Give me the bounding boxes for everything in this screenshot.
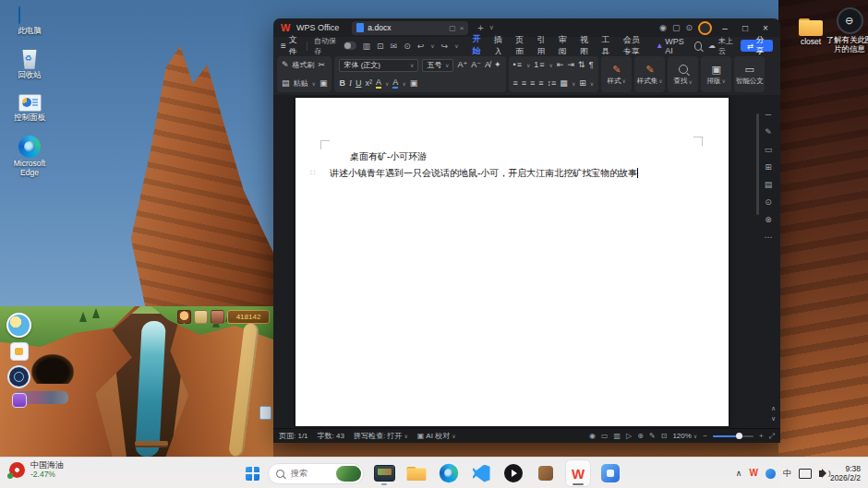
align-left-icon[interactable] (513, 79, 518, 88)
fullscreen-icon[interactable] (769, 432, 775, 441)
search-icon[interactable] (694, 42, 702, 51)
shrink-font-icon[interactable] (471, 61, 481, 69)
user-avatar[interactable] (698, 21, 712, 35)
styles-button[interactable]: 样式 (601, 56, 632, 92)
zoom-slider-thumb[interactable] (736, 433, 742, 439)
grow-font-icon[interactable] (457, 61, 467, 69)
word-count[interactable]: 字数: 43 (318, 431, 344, 441)
superscript-button[interactable]: x² (365, 79, 372, 88)
tab-pin-icon[interactable] (449, 24, 456, 32)
style-set-button[interactable]: 样式集 (634, 56, 665, 92)
ai-proofread[interactable]: AI 校对 (417, 431, 456, 441)
widgets-button[interactable]: 中国海油 -2.47% (9, 461, 64, 479)
taskbar-search[interactable] (268, 463, 364, 484)
history-tool-icon[interactable] (765, 197, 772, 207)
eye-protect-icon[interactable] (589, 432, 596, 440)
taskbar-app-edge[interactable] (437, 460, 461, 486)
desktop-icon-recycle-bin[interactable]: 回收站 (4, 50, 55, 80)
show-marks-icon[interactable] (589, 61, 594, 69)
text-effects-icon[interactable] (494, 61, 501, 69)
game-gift-button[interactable] (12, 393, 27, 408)
numbered-list-icon[interactable] (534, 61, 545, 69)
start-button[interactable] (246, 467, 259, 481)
game-backpack-button[interactable] (10, 342, 29, 361)
paste-chevron[interactable] (312, 80, 316, 87)
char-shading-icon[interactable] (410, 79, 418, 88)
minimize-button[interactable] (717, 23, 732, 33)
clear-format-icon[interactable] (485, 61, 490, 69)
format-painter-icon[interactable] (282, 61, 289, 69)
paste-label[interactable]: 粘贴 (294, 78, 308, 89)
find-button[interactable]: 查找 (668, 56, 698, 92)
doc-line-1[interactable]: 桌面有矿-小可环游 (330, 149, 695, 165)
format-painter-label[interactable]: 格式刷 (293, 60, 315, 70)
taskbar-clock[interactable]: 9:38 2026/2/2 (830, 464, 861, 482)
game-weather-button[interactable] (6, 313, 31, 338)
print-button[interactable] (377, 42, 384, 51)
export-button[interactable] (391, 42, 398, 51)
document-page[interactable]: ∷ 桌面有矿-小可环游 讲述小镇青年遇到一只会说话的地鼠-小可，开启大江南北挖矿… (295, 98, 729, 426)
shading-chevron[interactable] (572, 80, 575, 87)
undo-chevron[interactable] (430, 42, 434, 49)
taskbar-app-explorer[interactable] (404, 460, 428, 486)
font-color-button[interactable]: A (392, 78, 398, 89)
save-button[interactable] (363, 42, 371, 51)
bullet-chevron[interactable] (526, 62, 530, 68)
highlight-chevron[interactable] (385, 80, 389, 87)
game-avatar-icon[interactable] (177, 310, 191, 324)
desktop-icon-edge[interactable]: Microsoft Edge (4, 136, 55, 178)
document-tab[interactable]: a.docx (352, 21, 468, 35)
edit-tool-icon[interactable] (765, 127, 772, 137)
zoom-out-button[interactable]: − (703, 432, 707, 440)
taskbar-app-vscode[interactable] (469, 460, 493, 486)
cloud-sync-button[interactable] (404, 42, 411, 51)
maximize-button[interactable] (738, 23, 753, 33)
bold-button[interactable]: B (339, 79, 345, 88)
prev-page-icon[interactable] (771, 405, 776, 412)
game-window[interactable]: 418142 (0, 306, 273, 457)
desktop-icon-spotlight[interactable]: 了解有关此图片的信息 (824, 7, 868, 54)
spellcheck-status[interactable]: 拼写检查: 打开 (354, 431, 408, 441)
zoom-slider[interactable] (713, 435, 753, 437)
redo-chevron[interactable] (454, 42, 458, 49)
zoom-in-button[interactable]: + (759, 432, 764, 440)
game-item-icon[interactable] (194, 310, 208, 324)
game-ore-icon[interactable] (211, 310, 224, 324)
cloud-status[interactable]: 未上云 (708, 36, 734, 56)
page-view-icon[interactable] (601, 432, 609, 440)
taskbar-app-wps[interactable]: W (566, 460, 590, 486)
network-icon[interactable] (799, 469, 812, 479)
line-spacing-icon[interactable] (548, 79, 557, 88)
copy-icon[interactable] (319, 79, 328, 88)
search-daily-image[interactable] (336, 466, 361, 482)
align-justify-icon[interactable] (538, 79, 543, 88)
font-name-select[interactable]: 宋体 (正文) (339, 59, 418, 72)
zoom-level[interactable]: 120% (672, 432, 697, 440)
game-side-button[interactable] (259, 406, 271, 420)
update-icon[interactable] (685, 23, 693, 32)
volume-icon[interactable] (819, 470, 823, 477)
taskbar-app-game[interactable] (372, 460, 396, 486)
column-view-icon[interactable] (614, 432, 621, 440)
card-tool-icon[interactable] (765, 180, 773, 189)
next-page-icon[interactable] (771, 415, 776, 423)
web-view-icon[interactable] (637, 432, 644, 440)
redo-button[interactable] (441, 42, 449, 51)
fit-page-icon[interactable] (661, 432, 668, 440)
tray-overflow-chevron[interactable] (736, 469, 742, 478)
number-chevron[interactable] (549, 62, 553, 68)
indent-icon[interactable] (568, 61, 575, 69)
taskbar-app-6[interactable] (534, 460, 558, 486)
select-tool-icon[interactable] (765, 145, 773, 154)
share-button[interactable]: 分享 (741, 40, 773, 52)
document-text[interactable]: 桌面有矿-小可环游 讲述小镇青年遇到一只会说话的地鼠-小可，开启大江南北挖矿找宝… (330, 149, 695, 182)
paste-icon[interactable] (282, 79, 290, 88)
tray-sync-icon[interactable] (766, 469, 776, 479)
sort-icon[interactable] (578, 61, 585, 69)
more-tools-icon[interactable] (765, 232, 773, 242)
close-button[interactable] (758, 23, 773, 33)
taskbar-app-media[interactable] (501, 460, 525, 486)
undo-button[interactable] (417, 42, 425, 51)
shading-icon[interactable] (560, 79, 568, 88)
ink-icon[interactable] (649, 432, 656, 440)
